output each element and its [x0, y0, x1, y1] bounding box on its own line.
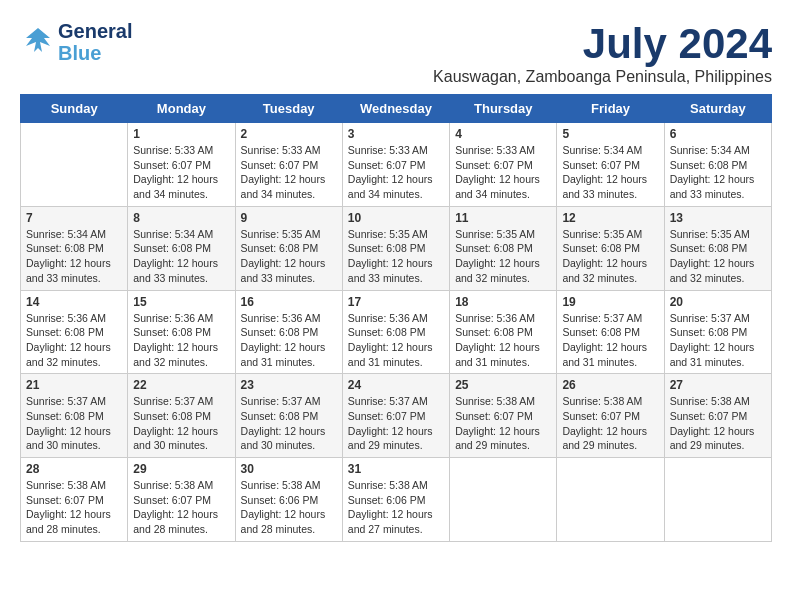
month-title: July 2024 [433, 20, 772, 68]
calendar-cell: 31Sunrise: 5:38 AMSunset: 6:06 PMDayligh… [342, 458, 449, 542]
day-number: 6 [670, 127, 766, 141]
calendar-cell: 7Sunrise: 5:34 AMSunset: 6:08 PMDaylight… [21, 206, 128, 290]
day-detail: Sunrise: 5:38 AMSunset: 6:07 PMDaylight:… [455, 394, 551, 453]
day-number: 5 [562, 127, 658, 141]
logo-text-general: General [58, 20, 132, 42]
svg-marker-0 [26, 28, 50, 52]
calendar-cell: 23Sunrise: 5:37 AMSunset: 6:08 PMDayligh… [235, 374, 342, 458]
day-number: 2 [241, 127, 337, 141]
calendar-cell: 3Sunrise: 5:33 AMSunset: 6:07 PMDaylight… [342, 123, 449, 207]
calendar-cell: 16Sunrise: 5:36 AMSunset: 6:08 PMDayligh… [235, 290, 342, 374]
calendar-cell: 21Sunrise: 5:37 AMSunset: 6:08 PMDayligh… [21, 374, 128, 458]
day-detail: Sunrise: 5:35 AMSunset: 6:08 PMDaylight:… [562, 227, 658, 286]
calendar-cell: 5Sunrise: 5:34 AMSunset: 6:07 PMDaylight… [557, 123, 664, 207]
day-number: 17 [348, 295, 444, 309]
weekday-header-monday: Monday [128, 95, 235, 123]
day-detail: Sunrise: 5:37 AMSunset: 6:08 PMDaylight:… [562, 311, 658, 370]
day-detail: Sunrise: 5:36 AMSunset: 6:08 PMDaylight:… [348, 311, 444, 370]
day-number: 23 [241, 378, 337, 392]
day-detail: Sunrise: 5:36 AMSunset: 6:08 PMDaylight:… [455, 311, 551, 370]
day-number: 8 [133, 211, 229, 225]
calendar-week-1: 1Sunrise: 5:33 AMSunset: 6:07 PMDaylight… [21, 123, 772, 207]
logo-text-blue: Blue [58, 42, 132, 64]
day-detail: Sunrise: 5:34 AMSunset: 6:08 PMDaylight:… [26, 227, 122, 286]
calendar-cell: 27Sunrise: 5:38 AMSunset: 6:07 PMDayligh… [664, 374, 771, 458]
day-number: 22 [133, 378, 229, 392]
weekday-header-row: SundayMondayTuesdayWednesdayThursdayFrid… [21, 95, 772, 123]
calendar-cell: 4Sunrise: 5:33 AMSunset: 6:07 PMDaylight… [450, 123, 557, 207]
title-area: July 2024 Kauswagan, Zamboanga Peninsula… [433, 20, 772, 86]
calendar-cell: 29Sunrise: 5:38 AMSunset: 6:07 PMDayligh… [128, 458, 235, 542]
day-detail: Sunrise: 5:38 AMSunset: 6:07 PMDaylight:… [26, 478, 122, 537]
weekday-header-sunday: Sunday [21, 95, 128, 123]
day-number: 14 [26, 295, 122, 309]
day-detail: Sunrise: 5:38 AMSunset: 6:07 PMDaylight:… [133, 478, 229, 537]
day-number: 19 [562, 295, 658, 309]
day-detail: Sunrise: 5:35 AMSunset: 6:08 PMDaylight:… [670, 227, 766, 286]
day-detail: Sunrise: 5:33 AMSunset: 6:07 PMDaylight:… [348, 143, 444, 202]
calendar-cell: 10Sunrise: 5:35 AMSunset: 6:08 PMDayligh… [342, 206, 449, 290]
day-number: 26 [562, 378, 658, 392]
location-title: Kauswagan, Zamboanga Peninsula, Philippi… [433, 68, 772, 86]
calendar-cell: 1Sunrise: 5:33 AMSunset: 6:07 PMDaylight… [128, 123, 235, 207]
weekday-header-tuesday: Tuesday [235, 95, 342, 123]
day-detail: Sunrise: 5:34 AMSunset: 6:08 PMDaylight:… [670, 143, 766, 202]
day-number: 1 [133, 127, 229, 141]
weekday-header-saturday: Saturday [664, 95, 771, 123]
calendar-cell: 6Sunrise: 5:34 AMSunset: 6:08 PMDaylight… [664, 123, 771, 207]
day-number: 9 [241, 211, 337, 225]
calendar-cell [664, 458, 771, 542]
calendar-cell [21, 123, 128, 207]
day-detail: Sunrise: 5:37 AMSunset: 6:08 PMDaylight:… [670, 311, 766, 370]
day-number: 10 [348, 211, 444, 225]
calendar-cell [557, 458, 664, 542]
calendar-cell: 19Sunrise: 5:37 AMSunset: 6:08 PMDayligh… [557, 290, 664, 374]
day-detail: Sunrise: 5:38 AMSunset: 6:07 PMDaylight:… [562, 394, 658, 453]
calendar-cell: 15Sunrise: 5:36 AMSunset: 6:08 PMDayligh… [128, 290, 235, 374]
day-detail: Sunrise: 5:33 AMSunset: 6:07 PMDaylight:… [455, 143, 551, 202]
day-detail: Sunrise: 5:38 AMSunset: 6:06 PMDaylight:… [241, 478, 337, 537]
day-number: 30 [241, 462, 337, 476]
calendar-cell: 13Sunrise: 5:35 AMSunset: 6:08 PMDayligh… [664, 206, 771, 290]
calendar-table: SundayMondayTuesdayWednesdayThursdayFrid… [20, 94, 772, 542]
calendar-cell: 25Sunrise: 5:38 AMSunset: 6:07 PMDayligh… [450, 374, 557, 458]
day-detail: Sunrise: 5:34 AMSunset: 6:07 PMDaylight:… [562, 143, 658, 202]
day-detail: Sunrise: 5:36 AMSunset: 6:08 PMDaylight:… [26, 311, 122, 370]
day-detail: Sunrise: 5:35 AMSunset: 6:08 PMDaylight:… [348, 227, 444, 286]
calendar-cell: 28Sunrise: 5:38 AMSunset: 6:07 PMDayligh… [21, 458, 128, 542]
day-detail: Sunrise: 5:38 AMSunset: 6:06 PMDaylight:… [348, 478, 444, 537]
day-number: 25 [455, 378, 551, 392]
calendar-cell: 17Sunrise: 5:36 AMSunset: 6:08 PMDayligh… [342, 290, 449, 374]
day-number: 20 [670, 295, 766, 309]
day-number: 16 [241, 295, 337, 309]
day-number: 7 [26, 211, 122, 225]
calendar-cell: 12Sunrise: 5:35 AMSunset: 6:08 PMDayligh… [557, 206, 664, 290]
day-number: 11 [455, 211, 551, 225]
calendar-week-5: 28Sunrise: 5:38 AMSunset: 6:07 PMDayligh… [21, 458, 772, 542]
day-number: 13 [670, 211, 766, 225]
weekday-header-friday: Friday [557, 95, 664, 123]
day-number: 3 [348, 127, 444, 141]
day-detail: Sunrise: 5:37 AMSunset: 6:08 PMDaylight:… [241, 394, 337, 453]
day-detail: Sunrise: 5:37 AMSunset: 6:08 PMDaylight:… [133, 394, 229, 453]
day-number: 12 [562, 211, 658, 225]
day-number: 21 [26, 378, 122, 392]
calendar-cell: 30Sunrise: 5:38 AMSunset: 6:06 PMDayligh… [235, 458, 342, 542]
day-number: 31 [348, 462, 444, 476]
logo-icon [20, 24, 56, 60]
day-detail: Sunrise: 5:35 AMSunset: 6:08 PMDaylight:… [455, 227, 551, 286]
calendar-cell: 20Sunrise: 5:37 AMSunset: 6:08 PMDayligh… [664, 290, 771, 374]
day-number: 15 [133, 295, 229, 309]
day-detail: Sunrise: 5:37 AMSunset: 6:08 PMDaylight:… [26, 394, 122, 453]
calendar-cell: 18Sunrise: 5:36 AMSunset: 6:08 PMDayligh… [450, 290, 557, 374]
calendar-cell: 8Sunrise: 5:34 AMSunset: 6:08 PMDaylight… [128, 206, 235, 290]
day-number: 29 [133, 462, 229, 476]
day-detail: Sunrise: 5:34 AMSunset: 6:08 PMDaylight:… [133, 227, 229, 286]
calendar-cell: 26Sunrise: 5:38 AMSunset: 6:07 PMDayligh… [557, 374, 664, 458]
day-number: 28 [26, 462, 122, 476]
day-detail: Sunrise: 5:37 AMSunset: 6:07 PMDaylight:… [348, 394, 444, 453]
page-header: General Blue July 2024 Kauswagan, Zamboa… [20, 20, 772, 86]
day-detail: Sunrise: 5:33 AMSunset: 6:07 PMDaylight:… [133, 143, 229, 202]
day-detail: Sunrise: 5:36 AMSunset: 6:08 PMDaylight:… [241, 311, 337, 370]
day-number: 24 [348, 378, 444, 392]
